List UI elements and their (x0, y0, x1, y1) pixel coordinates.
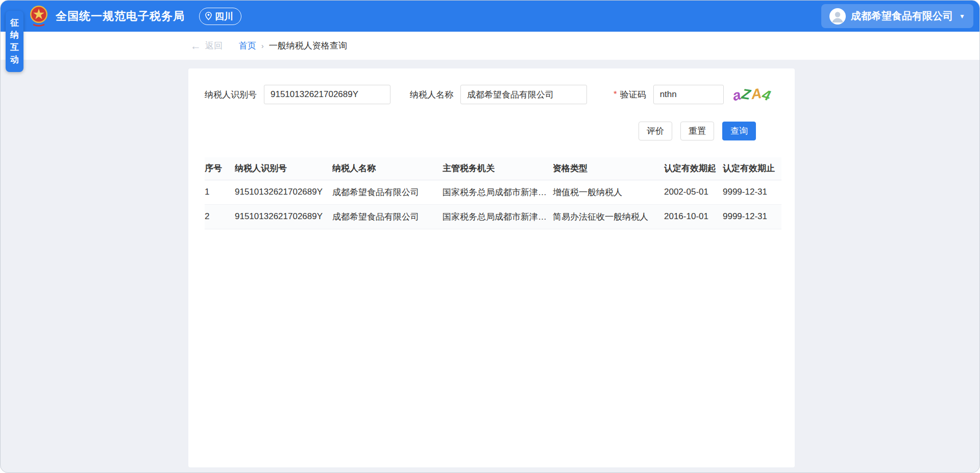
brand: 全国统一规范电子税务局 四川 (28, 5, 241, 28)
captcha-char: Z (741, 87, 751, 102)
required-asterisk: * (614, 89, 617, 100)
field-taxpayer-name: 纳税人名称 (410, 85, 587, 104)
col-header-qualification-type: 资格类型 (553, 157, 664, 180)
col-header-valid-to: 认定有效期止 (723, 157, 781, 180)
col-header-valid-from: 认定有效期起 (664, 157, 723, 180)
national-emblem-logo (28, 5, 50, 28)
content-card: 纳税人识别号 纳税人名称 * 验证码 a Z A 4 评价 重置 (188, 68, 795, 467)
breadcrumb-separator: › (261, 42, 264, 50)
back-arrow-icon: ← (190, 40, 201, 51)
taxpayer-id-input[interactable] (264, 85, 390, 104)
action-buttons: 评价 重置 查询 (205, 122, 781, 140)
evaluate-button[interactable]: 评价 (639, 122, 672, 140)
table-header-row: 序号 纳税人识别号 纳税人名称 主管税务机关 资格类型 认定有效期起 认定有效期… (205, 157, 781, 180)
col-header-tax-authority: 主管税务机关 (443, 157, 553, 180)
table-cell: 1 (205, 180, 235, 204)
breadcrumb-bar: ← 返回 首页 › 一般纳税人资格查询 (1, 32, 979, 60)
query-form: 纳税人识别号 纳税人名称 * 验证码 a Z A 4 (205, 85, 781, 104)
side-tab-label: 征纳互动 (10, 17, 19, 66)
table-cell: 增值税一般纳税人 (553, 180, 664, 204)
table-row: 1 91510132621702689Y 成都希望食品有限公司 国家税务总局成都… (205, 180, 781, 204)
table-cell: 国家税务总局成都市新津区税... (443, 180, 553, 204)
top-header: 全国统一规范电子税务局 四川 成都希望食品有限公司 ▼ (1, 1, 979, 32)
table-cell: 2 (205, 204, 235, 229)
field-captcha: * 验证码 a Z A 4 (614, 85, 778, 104)
user-menu[interactable]: 成都希望食品有限公司 ▼ (821, 4, 973, 28)
taxpayer-id-label: 纳税人识别号 (205, 89, 257, 101)
location-pin-icon (205, 12, 212, 20)
region-badge[interactable]: 四川 (199, 8, 241, 25)
col-header-taxpayer-name: 纳税人名称 (332, 157, 443, 180)
breadcrumb-current: 一般纳税人资格查询 (269, 40, 347, 52)
table-cell: 2002-05-01 (664, 180, 723, 204)
user-name: 成都希望食品有限公司 (851, 9, 953, 23)
table-cell: 91510132621702689Y (235, 204, 332, 229)
table-cell: 9999-12-31 (723, 204, 781, 229)
captcha-label: 验证码 (620, 89, 646, 101)
back-label: 返回 (205, 40, 223, 52)
table-cell: 2016-10-01 (664, 204, 723, 229)
avatar-icon (829, 8, 846, 25)
col-header-index: 序号 (205, 157, 235, 180)
table-row: 2 91510132621702689Y 成都希望食品有限公司 国家税务总局成都… (205, 204, 781, 229)
app-title: 全国统一规范电子税务局 (56, 9, 185, 24)
breadcrumb-home-link[interactable]: 首页 (239, 40, 256, 52)
captcha-char: 4 (761, 87, 772, 103)
captcha-image[interactable]: a Z A 4 (726, 85, 778, 104)
table-cell: 9999-12-31 (723, 180, 781, 204)
results-table: 序号 纳税人识别号 纳税人名称 主管税务机关 资格类型 认定有效期起 认定有效期… (205, 157, 781, 229)
side-tab-interaction[interactable]: 征纳互动 (6, 11, 23, 72)
chevron-down-icon: ▼ (959, 13, 965, 20)
taxpayer-name-input[interactable] (460, 85, 587, 104)
col-header-taxpayer-id: 纳税人识别号 (235, 157, 332, 180)
table-cell: 91510132621702689Y (235, 180, 332, 204)
table-cell: 简易办法征收一般纳税人 (553, 204, 664, 229)
captcha-input[interactable] (653, 85, 724, 104)
field-taxpayer-id: 纳税人识别号 (205, 85, 390, 104)
table-cell: 成都希望食品有限公司 (332, 180, 443, 204)
taxpayer-name-label: 纳税人名称 (410, 89, 453, 101)
region-label: 四川 (215, 10, 233, 22)
table-cell: 成都希望食品有限公司 (332, 204, 443, 229)
app-window: 全国统一规范电子税务局 四川 成都希望食品有限公司 ▼ 征纳互动 (0, 0, 980, 473)
query-button[interactable]: 查询 (722, 122, 756, 140)
reset-button[interactable]: 重置 (680, 122, 714, 140)
back-button[interactable]: ← 返回 (190, 40, 223, 52)
table-cell: 国家税务总局成都市新津区税... (443, 204, 553, 229)
